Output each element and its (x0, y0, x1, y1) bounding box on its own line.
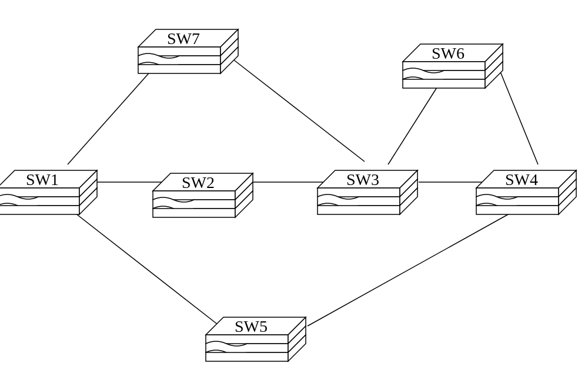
edge-sw7-sw3 (232, 59, 365, 162)
edge-sw5-sw4 (308, 203, 529, 326)
edges-layer (62, 59, 538, 329)
topology-diagram (0, 0, 588, 383)
label-sw1: SW1 (26, 170, 59, 189)
edge-sw3-sw6 (388, 76, 444, 164)
nodes-layer (0, 29, 576, 361)
label-sw5: SW5 (235, 317, 268, 336)
label-sw2: SW2 (182, 173, 215, 192)
edge-sw1-sw5 (62, 203, 223, 329)
label-sw4: SW4 (505, 170, 538, 189)
edge-sw1-sw7 (68, 59, 162, 164)
label-sw6: SW6 (432, 44, 465, 63)
label-sw7: SW7 (167, 29, 200, 48)
edge-sw6-sw4 (500, 70, 538, 164)
label-sw3: SW3 (346, 170, 379, 189)
